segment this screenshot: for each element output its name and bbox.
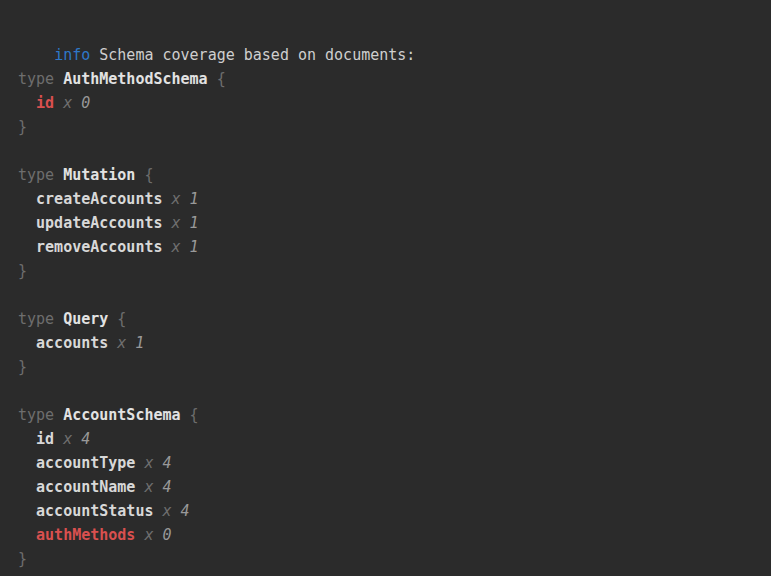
- type-name: Query: [63, 310, 108, 328]
- multiplier-x: x: [144, 526, 153, 544]
- type-declaration-line: typeAuthMethodSchema{: [18, 67, 761, 91]
- usage-count: 4: [162, 478, 171, 496]
- closing-brace-line: }: [18, 115, 761, 139]
- usage-count: 4: [181, 502, 190, 520]
- close-brace: }: [18, 358, 27, 376]
- field-coverage-line: updateAccountsx1: [18, 211, 761, 235]
- usage-count: 4: [162, 454, 171, 472]
- usage-count: 1: [190, 238, 199, 256]
- open-brace: {: [144, 166, 153, 184]
- multiplier-x: x: [144, 478, 153, 496]
- field-name: accountType: [36, 454, 135, 472]
- field-coverage-line: idx0: [18, 91, 761, 115]
- multiplier-x: x: [172, 238, 181, 256]
- open-brace: {: [117, 310, 126, 328]
- type-block: typeAccountSchema{idx4accountTypex4accou…: [18, 403, 761, 571]
- info-tag: info: [54, 46, 90, 64]
- field-coverage-line: idx4: [18, 427, 761, 451]
- field-coverage-line: accountTypex4: [18, 451, 761, 475]
- field-name: removeAccounts: [36, 238, 162, 256]
- multiplier-x: x: [172, 214, 181, 232]
- multiplier-x: x: [172, 190, 181, 208]
- multiplier-x: x: [162, 502, 171, 520]
- type-block: typeMutation{createAccountsx1updateAccou…: [18, 163, 761, 283]
- close-brace: }: [18, 262, 27, 280]
- usage-count: 0: [81, 94, 90, 112]
- type-block: typeQuery{accountsx1}: [18, 307, 761, 379]
- type-declaration-line: typeQuery{: [18, 307, 761, 331]
- field-coverage-line: createAccountsx1: [18, 187, 761, 211]
- field-coverage-line: removeAccountsx1: [18, 235, 761, 259]
- field-coverage-line: accountNamex4: [18, 475, 761, 499]
- usage-count: 4: [81, 430, 90, 448]
- field-name: id: [36, 430, 54, 448]
- closing-brace-line: }: [18, 355, 761, 379]
- field-name: createAccounts: [36, 190, 162, 208]
- type-keyword: type: [18, 310, 54, 328]
- field-name: accounts: [36, 334, 108, 352]
- usage-count: 1: [190, 190, 199, 208]
- multiplier-x: x: [117, 334, 126, 352]
- usage-count: 1: [135, 334, 144, 352]
- type-keyword: type: [18, 406, 54, 424]
- log-line: infoSchema coverage based on documents:: [18, 19, 761, 43]
- terminal-output: infoSchema coverage based on documents: …: [0, 0, 771, 576]
- closing-brace-line: }: [18, 547, 761, 571]
- close-brace: }: [18, 118, 27, 136]
- field-coverage-line: accountsx1: [18, 331, 761, 355]
- field-name: id: [36, 94, 54, 112]
- closing-brace-line: }: [18, 259, 761, 283]
- field-coverage-line: authMethodsx0: [18, 523, 761, 547]
- open-brace: {: [217, 70, 226, 88]
- multiplier-x: x: [63, 94, 72, 112]
- log-message: Schema coverage based on documents:: [99, 46, 415, 64]
- usage-count: 0: [162, 526, 171, 544]
- schema-coverage-blocks: typeAuthMethodSchema{idx0}typeMutation{c…: [18, 67, 761, 571]
- type-keyword: type: [18, 166, 54, 184]
- usage-count: 1: [190, 214, 199, 232]
- open-brace: {: [190, 406, 199, 424]
- field-name: accountStatus: [36, 502, 153, 520]
- field-coverage-line: accountStatusx4: [18, 499, 761, 523]
- type-declaration-line: typeMutation{: [18, 163, 761, 187]
- multiplier-x: x: [63, 430, 72, 448]
- type-name: Mutation: [63, 166, 135, 184]
- type-declaration-line: typeAccountSchema{: [18, 403, 761, 427]
- field-name: updateAccounts: [36, 214, 162, 232]
- field-name: authMethods: [36, 526, 135, 544]
- type-name: AccountSchema: [63, 406, 180, 424]
- field-name: accountName: [36, 478, 135, 496]
- type-name: AuthMethodSchema: [63, 70, 208, 88]
- multiplier-x: x: [144, 454, 153, 472]
- type-keyword: type: [18, 70, 54, 88]
- close-brace: }: [18, 550, 27, 568]
- type-block: typeAuthMethodSchema{idx0}: [18, 67, 761, 139]
